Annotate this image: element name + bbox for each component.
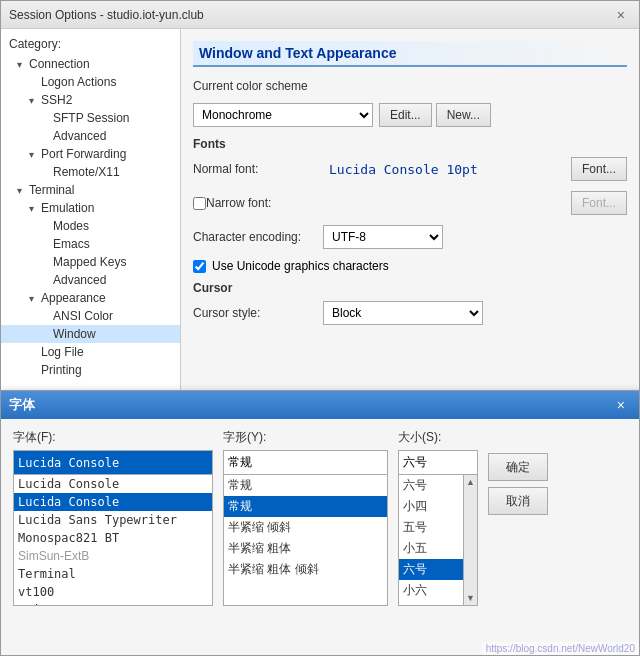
sidebar-item-connection[interactable]: ▾Connection — [1, 55, 180, 73]
font-style-list: 常规常规半紧缩 倾斜半紧缩 粗体半紧缩 粗体 倾斜 — [224, 475, 387, 605]
char-encoding-label: Character encoding: — [193, 230, 323, 244]
main-content: Window and Text Appearance Current color… — [181, 29, 639, 396]
font-size-column: 大小(S): ▲ ▼ 六号小四五号小五六号小六七号八号 — [398, 429, 478, 606]
session-close-button[interactable]: × — [611, 5, 631, 25]
font-dialog-body: 字体(F): Lucida ConsoleLucida ConsoleLucid… — [1, 419, 639, 624]
font-size-input[interactable] — [399, 451, 477, 475]
font-face-item[interactable]: vt100 — [14, 583, 212, 601]
font-style-container: 常规常规半紧缩 倾斜半紧缩 粗体半紧缩 粗体 倾斜 — [223, 450, 388, 606]
font-style-item[interactable]: 常规 — [224, 496, 387, 517]
font-style-column: 字形(Y): 常规常规半紧缩 倾斜半紧缩 粗体半紧缩 粗体 倾斜 — [223, 429, 388, 606]
font-style-input[interactable] — [224, 451, 387, 475]
font-face-item[interactable]: ∨ ċ ı ∪ ∪ ∪ ∪ — [14, 601, 212, 605]
new-color-button[interactable]: New... — [436, 103, 491, 127]
font-dialog-title: 字体 — [9, 396, 35, 414]
sidebar-item-emacs[interactable]: Emacs — [1, 235, 180, 253]
sidebar-item-emulation[interactable]: ▾Emulation — [1, 199, 180, 217]
expand-icon: ▾ — [17, 185, 29, 196]
sidebar-item-advanced-ssh[interactable]: Advanced — [1, 127, 180, 145]
font-columns: 字体(F): Lucida ConsoleLucida ConsoleLucid… — [13, 429, 627, 606]
watermark: https://blog.csdn.net/NewWorld20 — [482, 642, 639, 655]
font-face-item[interactable]: Monospac821 BT — [14, 529, 212, 547]
sidebar-item-label: Connection — [29, 57, 90, 71]
font-face-item[interactable]: Lucida Console — [14, 475, 212, 493]
font-face-list: Lucida ConsoleLucida ConsoleLucida Sans … — [14, 475, 212, 605]
sidebar-item-label: Log File — [41, 345, 84, 359]
cursor-style-label: Cursor style: — [193, 306, 323, 320]
sidebar-item-ssh2[interactable]: ▾SSH2 — [1, 91, 180, 109]
cancel-button[interactable]: 取消 — [488, 487, 548, 515]
cursor-style-select[interactable]: Block Underline Vertical Bar — [323, 301, 483, 325]
font-dialog-close-button[interactable]: × — [611, 395, 631, 415]
sidebar-item-label: Modes — [53, 219, 89, 233]
char-encoding-select[interactable]: UTF-8 — [323, 225, 443, 249]
category-label: Category: — [1, 33, 180, 55]
session-body: Category: ▾Connection Logon Actions▾SSH2… — [1, 29, 639, 396]
sidebar: Category: ▾Connection Logon Actions▾SSH2… — [1, 29, 181, 396]
font-style-item[interactable]: 常规 — [224, 475, 387, 496]
font-style-item[interactable]: 半紧缩 倾斜 — [224, 517, 387, 538]
normal-font-button[interactable]: Font... — [571, 157, 627, 181]
sidebar-item-label: Mapped Keys — [53, 255, 126, 269]
narrow-font-button[interactable]: Font... — [571, 191, 627, 215]
sidebar-item-sftp-session[interactable]: SFTP Session — [1, 109, 180, 127]
color-scheme-row: Current color scheme — [193, 79, 627, 93]
font-face-item[interactable]: Terminal — [14, 565, 212, 583]
sidebar-item-label: Emulation — [41, 201, 94, 215]
font-style-label: 字形(Y): — [223, 429, 388, 446]
ok-cancel-column: 确定 取消 — [488, 429, 548, 606]
sidebar-item-modes[interactable]: Modes — [1, 217, 180, 235]
font-face-item[interactable]: Lucida Console — [14, 493, 212, 511]
font-size-label: 大小(S): — [398, 429, 478, 446]
session-titlebar: Session Options - studio.iot-yun.club × — [1, 1, 639, 29]
font-face-item[interactable]: Lucida Sans Typewriter — [14, 511, 212, 529]
section-title: Window and Text Appearance — [193, 41, 627, 67]
expand-icon: ▾ — [29, 203, 41, 214]
cursor-label: Cursor — [193, 281, 627, 295]
font-face-column: 字体(F): Lucida ConsoleLucida ConsoleLucid… — [13, 429, 213, 606]
unicode-label: Use Unicode graphics characters — [212, 259, 389, 273]
sidebar-item-label: Terminal — [29, 183, 74, 197]
sidebar-item-terminal[interactable]: ▾Terminal — [1, 181, 180, 199]
normal-font-row: Normal font: Lucida Console 10pt Font... — [193, 157, 627, 181]
font-style-item[interactable]: 半紧缩 粗体 — [224, 538, 387, 559]
ok-button[interactable]: 确定 — [488, 453, 548, 481]
color-scheme-label: Current color scheme — [193, 79, 323, 93]
sidebar-item-mapped-keys[interactable]: Mapped Keys — [1, 253, 180, 271]
sidebar-item-label: Remote/X11 — [53, 165, 120, 179]
sidebar-item-label: Appearance — [41, 291, 106, 305]
font-size-list: ▲ ▼ 六号小四五号小五六号小六七号八号 — [399, 475, 477, 605]
expand-icon: ▾ — [29, 149, 41, 160]
sidebar-item-label: Window — [53, 327, 96, 341]
sidebar-item-ansi-color[interactable]: ANSI Color — [1, 307, 180, 325]
sidebar-item-appearance[interactable]: ▾Appearance — [1, 289, 180, 307]
sidebar-item-port-forwarding[interactable]: ▾Port Forwarding — [1, 145, 180, 163]
font-style-item[interactable]: 半紧缩 粗体 倾斜 — [224, 559, 387, 580]
sidebar-item-label: Emacs — [53, 237, 90, 251]
font-face-label: 字体(F): — [13, 429, 213, 446]
sidebar-item-logon-actions[interactable]: Logon Actions — [1, 73, 180, 91]
font-face-container: Lucida ConsoleLucida ConsoleLucida Sans … — [13, 450, 213, 606]
narrow-font-checkbox[interactable] — [193, 197, 206, 210]
color-scheme-controls: Monochrome Edit... New... — [193, 103, 627, 127]
font-size-container: ▲ ▼ 六号小四五号小五六号小六七号八号 — [398, 450, 478, 606]
font-face-item[interactable]: SimSun-ExtB — [14, 547, 212, 565]
font-face-input[interactable] — [14, 451, 212, 475]
edit-color-button[interactable]: Edit... — [379, 103, 432, 127]
sidebar-item-printing[interactable]: Printing — [1, 361, 180, 379]
sidebar-item-remote-x11[interactable]: Remote/X11 — [1, 163, 180, 181]
sidebar-item-label: SSH2 — [41, 93, 72, 107]
sidebar-item-log-file[interactable]: Log File — [1, 343, 180, 361]
sidebar-item-label: Port Forwarding — [41, 147, 126, 161]
sidebar-item-window-item[interactable]: Window — [1, 325, 180, 343]
session-title: Session Options - studio.iot-yun.club — [9, 8, 204, 22]
unicode-checkbox[interactable] — [193, 260, 206, 273]
normal-font-label: Normal font: — [193, 162, 323, 176]
fonts-label: Fonts — [193, 137, 627, 151]
sidebar-item-label: Logon Actions — [41, 75, 116, 89]
sidebar-item-label: Advanced — [53, 273, 106, 287]
sidebar-item-advanced-term[interactable]: Advanced — [1, 271, 180, 289]
font-dialog-titlebar: 字体 × — [1, 391, 639, 419]
color-scheme-select[interactable]: Monochrome — [193, 103, 373, 127]
narrow-font-row: Narrow font: Font... — [193, 191, 627, 215]
